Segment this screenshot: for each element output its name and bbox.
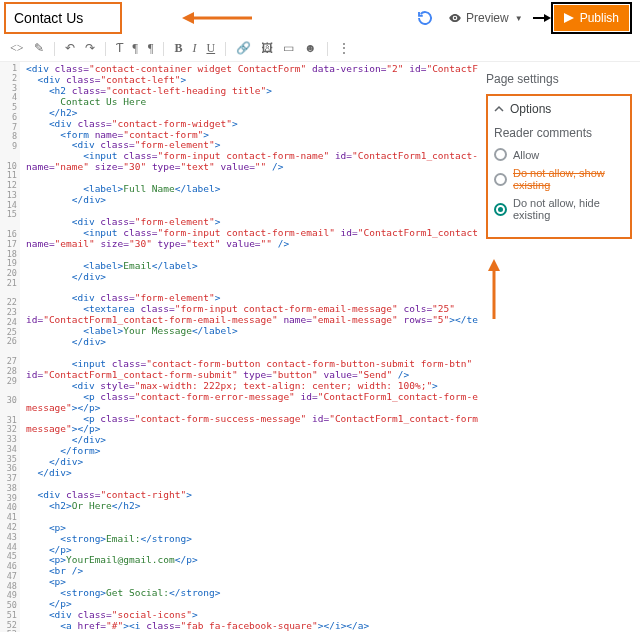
svg-marker-4	[564, 13, 574, 23]
publish-highlight-box: Publish	[551, 2, 632, 34]
video-icon[interactable]: ▭	[283, 41, 294, 56]
radio-selected-icon	[494, 203, 507, 216]
code-content[interactable]: <div class="contact-container widget Con…	[22, 62, 478, 632]
header-bar: Preview ▼ Publish	[0, 0, 640, 36]
title-highlight-box	[4, 2, 122, 34]
chevron-down-icon[interactable]: ▼	[515, 14, 523, 23]
redo-icon[interactable]: ↷	[85, 41, 95, 56]
emoji-icon[interactable]: ☻	[304, 41, 317, 56]
page-title-input[interactable]	[8, 6, 118, 30]
svg-marker-1	[182, 12, 194, 24]
link-icon[interactable]: 🔗	[236, 41, 251, 56]
line-gutter: 1234567891011121314151617181920212223242…	[0, 62, 20, 632]
italic-icon[interactable]: I	[192, 41, 196, 56]
undo-icon[interactable]: ↶	[65, 41, 75, 56]
preview-label: Preview	[466, 11, 509, 25]
radio-icon	[494, 173, 507, 186]
paragraph-icon[interactable]: ¶	[133, 41, 138, 56]
radio-hide-existing[interactable]: Do not allow, hide existing	[494, 197, 624, 221]
pencil-icon[interactable]: ✎	[34, 41, 44, 56]
radio-allow[interactable]: Allow	[494, 148, 624, 161]
arrow-up-annotation	[486, 259, 632, 319]
page-settings-title: Page settings	[486, 72, 632, 86]
refresh-icon[interactable]	[416, 9, 434, 27]
eye-icon	[448, 11, 462, 25]
bold-icon[interactable]: B	[174, 41, 182, 56]
more-icon[interactable]: ⋮	[338, 41, 350, 56]
html-view-icon[interactable]: <>	[10, 41, 24, 56]
image-icon[interactable]: 🖼	[261, 41, 273, 56]
radio-hide-label: Do not allow, hide existing	[513, 197, 624, 221]
options-label: Options	[510, 102, 551, 116]
code-editor[interactable]: 1234567891011121314151617181920212223242…	[0, 62, 478, 632]
radio-allow-label: Allow	[513, 149, 539, 161]
main-area: 1234567891011121314151617181920212223242…	[0, 62, 640, 632]
radio-show-existing[interactable]: Do not allow, show existing	[494, 167, 624, 191]
format-icon[interactable]: Ƭ	[116, 41, 123, 56]
publish-button[interactable]: Publish	[554, 5, 629, 31]
page-settings-sidebar: Page settings Options Reader comments Al…	[478, 62, 640, 632]
chevron-up-icon	[494, 104, 504, 114]
publish-label: Publish	[580, 11, 619, 25]
arrow-annotation-preview	[533, 12, 551, 24]
radio-show-label: Do not allow, show existing	[513, 167, 624, 191]
editor-toolbar: <> ✎ ↶ ↷ Ƭ ¶ ¶ B I U 🔗 🖼 ▭ ☻ ⋮	[0, 36, 640, 62]
svg-marker-6	[488, 259, 500, 271]
rtl-icon[interactable]: ¶	[148, 41, 153, 56]
options-toggle[interactable]: Options	[494, 102, 624, 116]
reader-comments-heading: Reader comments	[494, 126, 624, 140]
radio-icon	[494, 148, 507, 161]
svg-marker-3	[544, 14, 551, 22]
preview-button[interactable]: Preview ▼	[442, 7, 529, 29]
play-icon	[564, 13, 576, 23]
underline-icon[interactable]: U	[206, 41, 215, 56]
options-highlight-box: Options Reader comments Allow Do not all…	[486, 94, 632, 239]
arrow-left-annotation	[182, 10, 252, 26]
